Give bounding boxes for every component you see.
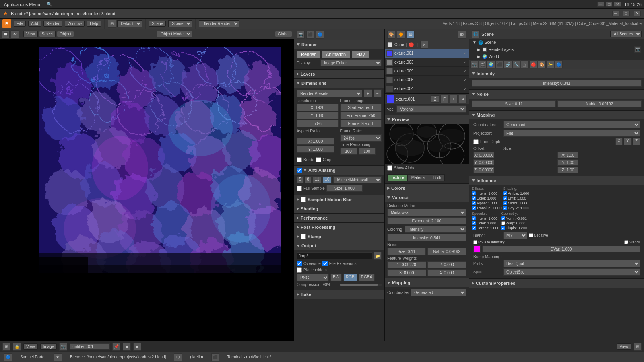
layout-select[interactable]: Default: [117, 20, 142, 27]
borde-checkbox[interactable]: [297, 157, 302, 162]
render-section-header[interactable]: Render: [294, 40, 384, 49]
raym-chk[interactable]: [503, 206, 507, 210]
from-dupli-checkbox[interactable]: [473, 139, 479, 144]
outliner-scene[interactable]: ▼ 🌐 Scene: [469, 39, 644, 45]
add-preset-btn[interactable]: +: [364, 89, 372, 97]
tex-icon-1[interactable]: 🎨: [387, 31, 395, 39]
status-icon[interactable]: 🔵: [4, 353, 12, 361]
frame-rate-select[interactable]: 24 fps: [340, 134, 382, 142]
camera-icon[interactable]: 📷: [297, 31, 305, 39]
tex-checkbox-2[interactable]: ✓: [464, 69, 467, 73]
rgba-btn[interactable]: RGBA: [359, 274, 375, 281]
vp-view-btn2[interactable]: View: [617, 343, 632, 350]
user2-icon[interactable]: ⬡: [174, 353, 182, 361]
off-y[interactable]: Y: 0.00000: [473, 159, 494, 166]
nabla-input[interactable]: Nabla: 0.09192: [427, 248, 466, 255]
new-val[interactable]: 100: [359, 148, 376, 155]
stencil-chk[interactable]: [624, 240, 628, 244]
color-s-chk[interactable]: [472, 221, 476, 225]
voronoi-header[interactable]: Voronoi: [385, 193, 469, 202]
off-z[interactable]: Z: 0.00000: [473, 167, 494, 173]
blender-icon-btn[interactable]: B: [2, 19, 11, 28]
size-noise-input[interactable]: Size: 0.11: [387, 248, 426, 255]
blend-select[interactable]: Mix: [503, 232, 527, 239]
prop-tab-scene[interactable]: 🎬: [479, 60, 487, 68]
bump-method-select[interactable]: Best Qual: [503, 260, 640, 267]
dist-metric-select[interactable]: Minkowski: [387, 209, 466, 216]
tex-mapping-header[interactable]: Mapping: [385, 278, 469, 287]
space-select[interactable]: ObjectSp.: [503, 268, 640, 276]
vp-prev-icon[interactable]: ◀: [123, 343, 131, 351]
viewport-object[interactable]: Object: [57, 31, 74, 37]
menu-add[interactable]: Add: [28, 21, 41, 27]
prop-tab-particle[interactable]: ✨: [546, 60, 554, 68]
menu-render[interactable]: Render: [43, 21, 62, 27]
shading-header[interactable]: Shading: [294, 204, 384, 213]
viewport-view[interactable]: View: [23, 31, 38, 37]
file-ext-checkbox[interactable]: [322, 261, 328, 266]
output-path-input[interactable]: [297, 252, 372, 259]
intensity-val[interactable]: Intensity: 0.341: [472, 80, 642, 87]
browse-btn[interactable]: 📁: [374, 252, 382, 260]
global-select[interactable]: Global: [275, 31, 292, 37]
asp-y-input[interactable]: Y: 1.000: [297, 146, 334, 153]
tex-icon-2[interactable]: 🔶: [397, 31, 405, 39]
aa-8-btn[interactable]: 8: [305, 176, 312, 183]
crop-checkbox[interactable]: [316, 157, 321, 162]
minimize-btn[interactable]: ─: [597, 2, 604, 7]
ex-btn[interactable]: ex: [458, 31, 466, 39]
colors-header[interactable]: Colors: [385, 184, 469, 193]
win-max[interactable]: □: [623, 11, 630, 16]
warp-chk[interactable]: [501, 221, 505, 225]
fw-2[interactable]: 2: 0.000: [427, 261, 466, 268]
start-frame-input[interactable]: Start Frame: 1: [340, 104, 382, 111]
renderer-select[interactable]: Blender Render: [199, 20, 239, 27]
aa-16-btn[interactable]: 16: [322, 176, 332, 183]
nabla-prop[interactable]: Nabla: 0.09192: [557, 100, 642, 107]
aa-checkbox[interactable]: [297, 168, 302, 173]
prop-tab-constraint[interactable]: 🔗: [504, 60, 512, 68]
tex-checkbox-4[interactable]: ✓: [464, 86, 467, 91]
fw-1[interactable]: 1: 0.09278: [387, 261, 426, 268]
del-preset-btn[interactable]: −: [374, 89, 382, 97]
transluc-chk[interactable]: [472, 206, 476, 210]
intensity-header[interactable]: Intensity: [469, 69, 644, 78]
color-d-chk[interactable]: [472, 196, 476, 200]
menu-file[interactable]: File: [14, 21, 26, 27]
size-input[interactable]: Size: 1.000: [326, 185, 363, 192]
hard-chk[interactable]: [472, 226, 476, 230]
fw-4[interactable]: 4: 0.000: [427, 269, 466, 276]
render-button[interactable]: Render: [297, 51, 320, 58]
color-swatch[interactable]: [473, 245, 481, 253]
tex-f-btn[interactable]: F: [440, 95, 448, 103]
win-close[interactable]: ✕: [634, 11, 641, 16]
rgb-intens-chk[interactable]: [473, 240, 477, 244]
end-frame-input[interactable]: End Frame: 250: [340, 112, 382, 119]
intens-chk[interactable]: [472, 191, 476, 195]
prop-tab-data[interactable]: △: [521, 60, 529, 68]
menu-window[interactable]: Window: [65, 21, 85, 27]
proj-select[interactable]: Flat: [503, 130, 640, 137]
show-alpha-checkbox[interactable]: [387, 165, 392, 171]
full-sample-checkbox[interactable]: [297, 186, 302, 191]
vp-pin-icon[interactable]: 📌: [112, 343, 120, 351]
tab-texture[interactable]: Texture: [387, 174, 408, 181]
output-header[interactable]: Output: [294, 241, 384, 250]
tex-checkbox-0[interactable]: ✓: [464, 51, 467, 56]
tex-checkbox-1[interactable]: ✓: [464, 60, 467, 64]
outliner-world[interactable]: ▶ 🌍 World: [469, 53, 644, 60]
view-mode-icon[interactable]: 👁: [11, 30, 19, 38]
alpha-chk[interactable]: [472, 201, 476, 205]
tex-item-1[interactable]: exture.003 ✓: [385, 58, 469, 67]
vp-mode-icon[interactable]: ⊞: [2, 343, 10, 351]
tex-item-3[interactable]: exture.005 ✓: [385, 76, 469, 84]
res-pct-input[interactable]: 50%: [297, 120, 339, 127]
scene-icon[interactable]: 🔵: [316, 31, 324, 39]
noise-header[interactable]: Noise: [469, 90, 644, 99]
search-btn[interactable]: 🔍: [45, 2, 54, 7]
outliner-renderlayers[interactable]: ▶ 🔲 RenderLayers 📷: [469, 45, 644, 53]
motion-blur-header[interactable]: Sampled Motion Blur: [294, 195, 384, 204]
play-button[interactable]: Play: [352, 51, 369, 58]
blender-status-icon[interactable]: ★: [54, 353, 62, 361]
dvar-val[interactable]: DVar: 1.000: [482, 246, 640, 252]
